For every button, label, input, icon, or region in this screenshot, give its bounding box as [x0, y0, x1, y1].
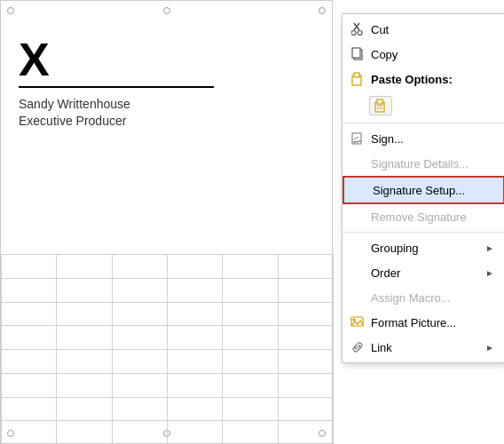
grid-area — [1, 254, 334, 444]
cell[interactable] — [2, 255, 57, 279]
signature-block: X Sandy Writtenhouse Executive Producer — [19, 36, 267, 128]
order-arrow-icon: ► — [485, 268, 494, 278]
cell[interactable] — [223, 397, 278, 421]
assign-macro-icon — [350, 289, 366, 305]
copy-label: Copy — [371, 48, 494, 61]
cell[interactable] — [2, 278, 57, 302]
cell[interactable] — [57, 397, 112, 421]
order-label: Order — [371, 266, 480, 280]
cell[interactable] — [57, 302, 112, 326]
cell[interactable] — [223, 326, 278, 350]
link-icon — [350, 339, 366, 355]
menu-item-link[interactable]: Link ► — [343, 335, 504, 360]
menu-item-copy[interactable]: Copy — [343, 42, 504, 67]
menu-item-sign[interactable]: Sign... — [343, 126, 504, 151]
svg-rect-9 — [377, 99, 382, 104]
cell[interactable] — [2, 302, 57, 326]
menu-item-grouping[interactable]: Grouping ► — [343, 235, 504, 260]
paste-keep-source-icon[interactable] — [369, 96, 392, 115]
cell[interactable] — [167, 278, 222, 302]
cell[interactable] — [278, 302, 333, 326]
cell[interactable] — [223, 373, 278, 397]
separator-2 — [343, 232, 504, 233]
cell[interactable] — [112, 255, 167, 279]
cell[interactable] — [278, 421, 333, 444]
sign-icon — [350, 131, 366, 147]
cell[interactable] — [278, 255, 333, 279]
cell[interactable] — [223, 302, 278, 326]
menu-item-order[interactable]: Order ► — [343, 260, 504, 285]
format-picture-label: Format Picture... — [371, 316, 494, 329]
cell[interactable] — [167, 350, 222, 374]
cell[interactable] — [223, 350, 278, 374]
cell[interactable] — [2, 350, 57, 374]
signature-setup-icon — [351, 182, 367, 198]
context-menu: Cut Copy Paste Options: — [342, 13, 504, 363]
order-icon — [350, 265, 366, 281]
cell[interactable] — [57, 278, 112, 302]
grouping-arrow-icon: ► — [485, 243, 494, 253]
cell[interactable] — [223, 278, 278, 302]
signature-details-label: Signature Details... — [371, 157, 494, 170]
cut-label: Cut — [371, 23, 494, 36]
handle-top-left[interactable] — [7, 7, 14, 14]
cell[interactable] — [2, 397, 57, 421]
link-label: Link — [371, 341, 480, 354]
menu-item-signature-setup[interactable]: Signature Setup... — [343, 176, 504, 204]
separator-1 — [343, 123, 504, 123]
signature-setup-label: Signature Setup... — [373, 184, 492, 197]
menu-item-paste-sub[interactable] — [343, 91, 504, 120]
cut-icon — [350, 21, 366, 37]
cell[interactable] — [2, 326, 57, 350]
grouping-label: Grouping — [371, 242, 480, 255]
cell[interactable] — [278, 350, 333, 374]
cell[interactable] — [278, 373, 333, 397]
signature-x-mark: X — [19, 36, 267, 83]
menu-item-format-picture[interactable]: Format Picture... — [343, 310, 504, 335]
cell[interactable] — [57, 373, 112, 397]
cell[interactable] — [167, 326, 222, 350]
menu-item-signature-details: Signature Details... — [343, 151, 504, 176]
cell[interactable] — [57, 350, 112, 374]
cell[interactable] — [112, 421, 167, 444]
cell[interactable] — [112, 373, 167, 397]
paste-options-label: Paste Options: — [371, 73, 494, 86]
cell[interactable] — [167, 421, 222, 444]
cell[interactable] — [167, 397, 222, 421]
cell[interactable] — [223, 255, 278, 279]
cell[interactable] — [57, 326, 112, 350]
document-area: X Sandy Writtenhouse Executive Producer — [0, 0, 333, 444]
cell[interactable] — [278, 326, 333, 350]
cell[interactable] — [278, 397, 333, 421]
cell[interactable] — [112, 278, 167, 302]
menu-item-cut[interactable]: Cut — [343, 17, 504, 42]
handle-top-right[interactable] — [319, 7, 326, 14]
cell[interactable] — [112, 397, 167, 421]
signature-details-icon — [350, 155, 366, 171]
svg-point-16 — [353, 319, 356, 321]
cell[interactable] — [278, 278, 333, 302]
grouping-icon — [350, 240, 366, 256]
cell[interactable] — [2, 421, 57, 444]
remove-signature-label: Remove Signature — [371, 210, 494, 224]
link-arrow-icon: ► — [485, 343, 494, 353]
menu-item-assign-macro: Assign Macro... — [343, 285, 504, 310]
cell[interactable] — [112, 350, 167, 374]
signature-title: Executive Producer — [19, 114, 267, 128]
spreadsheet-grid — [1, 254, 334, 444]
format-picture-icon — [350, 314, 366, 330]
cell[interactable] — [57, 421, 112, 444]
cell[interactable] — [112, 302, 167, 326]
cell[interactable] — [112, 326, 167, 350]
cell[interactable] — [167, 302, 222, 326]
menu-item-paste-options-header: Paste Options: — [343, 67, 504, 91]
svg-rect-7 — [354, 73, 359, 77]
cell[interactable] — [223, 421, 278, 444]
sign-label: Sign... — [371, 132, 494, 146]
cell[interactable] — [167, 373, 222, 397]
cell[interactable] — [57, 255, 112, 279]
handle-top-mid[interactable] — [163, 7, 170, 14]
svg-point-3 — [358, 31, 362, 36]
cell[interactable] — [2, 373, 57, 397]
cell[interactable] — [167, 255, 222, 279]
